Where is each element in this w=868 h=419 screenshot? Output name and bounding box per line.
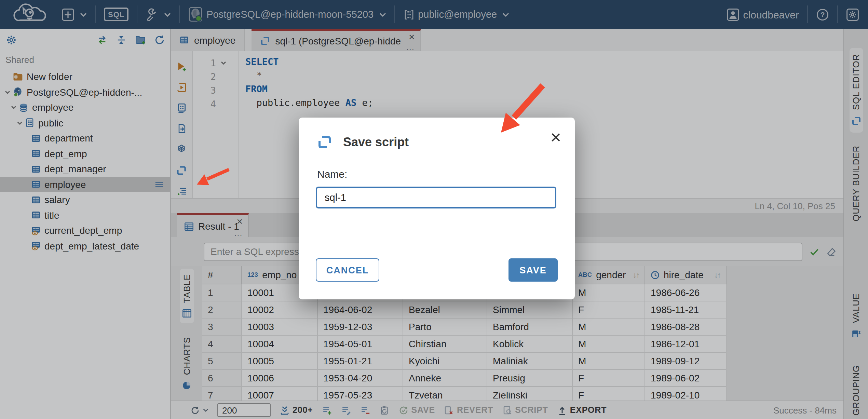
dialog-title: Save script	[343, 135, 409, 149]
save-button[interactable]: SAVE	[508, 258, 558, 282]
save-script-icon	[316, 134, 333, 150]
cloudbeaver-app: SQL PostgreSQL@ep-hidden-moon-55203	[0, 0, 868, 419]
name-field-label: Name:	[317, 168, 347, 180]
close-icon[interactable]: ×	[550, 129, 561, 147]
cancel-button[interactable]: CANCEL	[316, 258, 379, 282]
script-name-input[interactable]	[316, 187, 556, 208]
dialog-header: Save script	[316, 134, 541, 150]
save-script-dialog: Save script × Name: CANCEL SAVE	[299, 118, 575, 299]
